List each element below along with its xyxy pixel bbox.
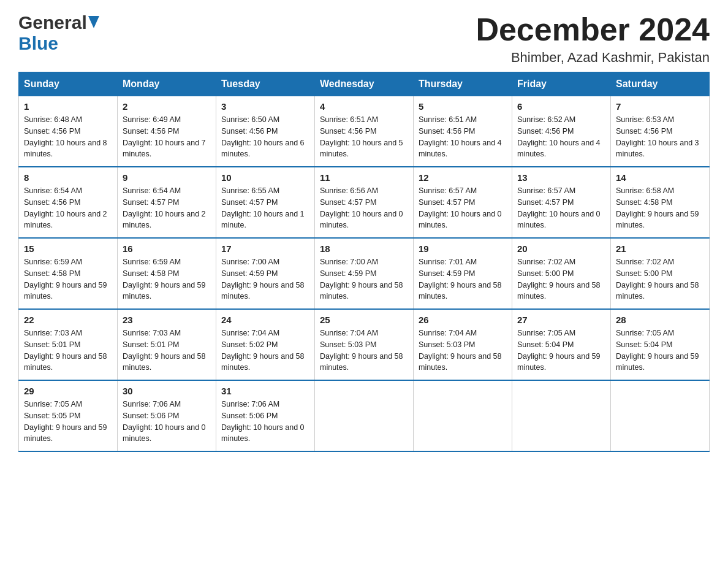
table-row: 3 Sunrise: 6:50 AM Sunset: 4:56 PM Dayli… <box>216 96 315 167</box>
day-number: 10 <box>221 172 309 183</box>
col-saturday: Saturday <box>611 72 710 96</box>
svg-marker-0 <box>88 16 99 28</box>
table-row: 17 Sunrise: 7:00 AM Sunset: 4:59 PM Dayl… <box>216 238 315 309</box>
logo-blue-text: Blue <box>18 33 58 54</box>
logo-arrow-icon <box>87 17 99 28</box>
calendar-week-row: 29 Sunrise: 7:05 AM Sunset: 5:05 PM Dayl… <box>19 380 710 451</box>
day-number: 21 <box>616 243 704 254</box>
day-number: 27 <box>517 315 605 325</box>
day-number: 26 <box>419 315 507 325</box>
col-friday: Friday <box>512 72 611 96</box>
day-number: 11 <box>320 172 408 183</box>
day-number: 17 <box>221 243 309 254</box>
day-info: Sunrise: 6:52 AM Sunset: 4:56 PM Dayligh… <box>517 114 605 160</box>
day-info: Sunrise: 7:04 AM Sunset: 5:03 PM Dayligh… <box>320 327 408 373</box>
day-info: Sunrise: 6:49 AM Sunset: 4:56 PM Dayligh… <box>123 114 211 160</box>
day-info: Sunrise: 6:51 AM Sunset: 4:56 PM Dayligh… <box>419 114 507 160</box>
location-text: Bhimber, Azad Kashmir, Pakistan <box>476 50 710 66</box>
day-info: Sunrise: 6:50 AM Sunset: 4:56 PM Dayligh… <box>221 114 309 160</box>
day-number: 29 <box>24 386 112 396</box>
day-number: 16 <box>123 243 211 254</box>
day-info: Sunrise: 7:00 AM Sunset: 4:59 PM Dayligh… <box>221 256 309 302</box>
table-row: 18 Sunrise: 7:00 AM Sunset: 4:59 PM Dayl… <box>315 238 414 309</box>
day-number: 19 <box>419 243 507 254</box>
day-number: 4 <box>320 101 408 112</box>
table-row: 8 Sunrise: 6:54 AM Sunset: 4:56 PM Dayli… <box>19 167 118 238</box>
day-number: 5 <box>419 101 507 112</box>
day-number: 13 <box>517 172 605 183</box>
day-number: 7 <box>616 101 704 112</box>
col-wednesday: Wednesday <box>315 72 414 96</box>
day-info: Sunrise: 7:02 AM Sunset: 5:00 PM Dayligh… <box>616 256 704 302</box>
day-info: Sunrise: 6:56 AM Sunset: 4:57 PM Dayligh… <box>320 185 408 231</box>
table-row: 21 Sunrise: 7:02 AM Sunset: 5:00 PM Dayl… <box>611 238 710 309</box>
calendar-week-row: 22 Sunrise: 7:03 AM Sunset: 5:01 PM Dayl… <box>19 309 710 380</box>
table-row: 9 Sunrise: 6:54 AM Sunset: 4:57 PM Dayli… <box>118 167 216 238</box>
day-info: Sunrise: 6:54 AM Sunset: 4:57 PM Dayligh… <box>123 185 211 231</box>
day-number: 20 <box>517 243 605 254</box>
day-number: 8 <box>24 172 112 183</box>
day-number: 22 <box>24 315 112 325</box>
table-row: 24 Sunrise: 7:04 AM Sunset: 5:02 PM Dayl… <box>216 309 315 380</box>
calendar-week-row: 8 Sunrise: 6:54 AM Sunset: 4:56 PM Dayli… <box>19 167 710 238</box>
table-row: 11 Sunrise: 6:56 AM Sunset: 4:57 PM Dayl… <box>315 167 414 238</box>
table-row: 14 Sunrise: 6:58 AM Sunset: 4:58 PM Dayl… <box>611 167 710 238</box>
day-info: Sunrise: 6:48 AM Sunset: 4:56 PM Dayligh… <box>24 114 112 160</box>
col-thursday: Thursday <box>414 72 512 96</box>
table-row <box>611 380 710 451</box>
table-row: 28 Sunrise: 7:05 AM Sunset: 5:04 PM Dayl… <box>611 309 710 380</box>
day-number: 15 <box>24 243 112 254</box>
table-row: 12 Sunrise: 6:57 AM Sunset: 4:57 PM Dayl… <box>414 167 512 238</box>
day-info: Sunrise: 6:59 AM Sunset: 4:58 PM Dayligh… <box>123 256 211 302</box>
day-number: 1 <box>24 101 112 112</box>
month-title: December 2024 <box>476 12 710 47</box>
day-info: Sunrise: 6:58 AM Sunset: 4:58 PM Dayligh… <box>616 185 704 231</box>
day-number: 24 <box>221 315 309 325</box>
table-row: 4 Sunrise: 6:51 AM Sunset: 4:56 PM Dayli… <box>315 96 414 167</box>
day-info: Sunrise: 6:55 AM Sunset: 4:57 PM Dayligh… <box>221 185 309 231</box>
day-info: Sunrise: 7:04 AM Sunset: 5:03 PM Dayligh… <box>419 327 507 373</box>
day-number: 9 <box>123 172 211 183</box>
day-info: Sunrise: 6:59 AM Sunset: 4:58 PM Dayligh… <box>24 256 112 302</box>
table-row: 23 Sunrise: 7:03 AM Sunset: 5:01 PM Dayl… <box>118 309 216 380</box>
day-number: 12 <box>419 172 507 183</box>
day-number: 6 <box>517 101 605 112</box>
col-monday: Monday <box>118 72 216 96</box>
day-info: Sunrise: 7:04 AM Sunset: 5:02 PM Dayligh… <box>221 327 309 373</box>
day-info: Sunrise: 6:53 AM Sunset: 4:56 PM Dayligh… <box>616 114 704 160</box>
table-row: 10 Sunrise: 6:55 AM Sunset: 4:57 PM Dayl… <box>216 167 315 238</box>
day-number: 28 <box>616 315 704 325</box>
calendar-table: Sunday Monday Tuesday Wednesday Thursday… <box>18 72 710 452</box>
calendar-week-row: 15 Sunrise: 6:59 AM Sunset: 4:58 PM Dayl… <box>19 238 710 309</box>
table-row: 6 Sunrise: 6:52 AM Sunset: 4:56 PM Dayli… <box>512 96 611 167</box>
day-number: 23 <box>123 315 211 325</box>
day-info: Sunrise: 6:57 AM Sunset: 4:57 PM Dayligh… <box>517 185 605 231</box>
table-row: 16 Sunrise: 6:59 AM Sunset: 4:58 PM Dayl… <box>118 238 216 309</box>
day-number: 31 <box>221 386 309 396</box>
day-info: Sunrise: 7:06 AM Sunset: 5:06 PM Dayligh… <box>221 399 309 445</box>
logo: General Blue <box>18 12 99 54</box>
day-number: 25 <box>320 315 408 325</box>
day-info: Sunrise: 6:54 AM Sunset: 4:56 PM Dayligh… <box>24 185 112 231</box>
day-info: Sunrise: 7:03 AM Sunset: 5:01 PM Dayligh… <box>123 327 211 373</box>
table-row <box>315 380 414 451</box>
table-row: 30 Sunrise: 7:06 AM Sunset: 5:06 PM Dayl… <box>118 380 216 451</box>
day-info: Sunrise: 7:00 AM Sunset: 4:59 PM Dayligh… <box>320 256 408 302</box>
day-number: 30 <box>123 386 211 396</box>
table-row: 22 Sunrise: 7:03 AM Sunset: 5:01 PM Dayl… <box>19 309 118 380</box>
day-info: Sunrise: 7:01 AM Sunset: 4:59 PM Dayligh… <box>419 256 507 302</box>
table-row: 5 Sunrise: 6:51 AM Sunset: 4:56 PM Dayli… <box>414 96 512 167</box>
table-row: 19 Sunrise: 7:01 AM Sunset: 4:59 PM Dayl… <box>414 238 512 309</box>
day-info: Sunrise: 7:05 AM Sunset: 5:04 PM Dayligh… <box>616 327 704 373</box>
table-row: 15 Sunrise: 6:59 AM Sunset: 4:58 PM Dayl… <box>19 238 118 309</box>
table-row: 2 Sunrise: 6:49 AM Sunset: 4:56 PM Dayli… <box>118 96 216 167</box>
day-info: Sunrise: 7:03 AM Sunset: 5:01 PM Dayligh… <box>24 327 112 373</box>
day-info: Sunrise: 6:57 AM Sunset: 4:57 PM Dayligh… <box>419 185 507 231</box>
day-info: Sunrise: 7:06 AM Sunset: 5:06 PM Dayligh… <box>123 399 211 445</box>
table-row <box>414 380 512 451</box>
day-info: Sunrise: 6:51 AM Sunset: 4:56 PM Dayligh… <box>320 114 408 160</box>
table-row: 7 Sunrise: 6:53 AM Sunset: 4:56 PM Dayli… <box>611 96 710 167</box>
table-row: 20 Sunrise: 7:02 AM Sunset: 5:00 PM Dayl… <box>512 238 611 309</box>
day-number: 18 <box>320 243 408 254</box>
title-section: December 2024 Bhimber, Azad Kashmir, Pak… <box>476 12 710 66</box>
